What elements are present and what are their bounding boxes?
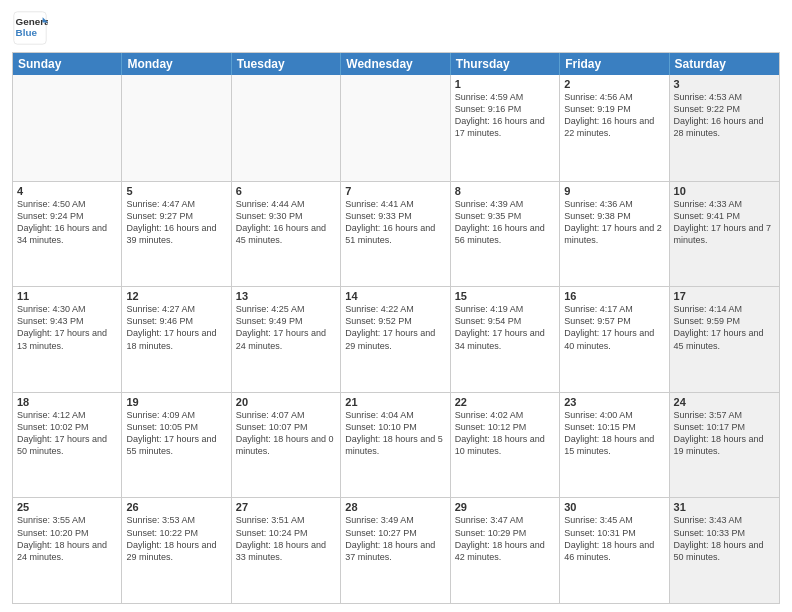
calendar-row-1: 1Sunrise: 4:59 AM Sunset: 9:16 PM Daylig… [13,75,779,181]
day-info: Sunrise: 4:30 AM Sunset: 9:43 PM Dayligh… [17,303,117,352]
day-number: 16 [564,290,664,302]
calendar-cell: 13Sunrise: 4:25 AM Sunset: 9:49 PM Dayli… [232,287,341,392]
day-number: 21 [345,396,445,408]
calendar-cell: 26Sunrise: 3:53 AM Sunset: 10:22 PM Dayl… [122,498,231,603]
calendar-cell: 1Sunrise: 4:59 AM Sunset: 9:16 PM Daylig… [451,75,560,181]
calendar-cell: 9Sunrise: 4:36 AM Sunset: 9:38 PM Daylig… [560,182,669,287]
day-number: 30 [564,501,664,513]
day-info: Sunrise: 4:47 AM Sunset: 9:27 PM Dayligh… [126,198,226,247]
day-info: Sunrise: 4:44 AM Sunset: 9:30 PM Dayligh… [236,198,336,247]
calendar-cell [341,75,450,181]
day-info: Sunrise: 4:53 AM Sunset: 9:22 PM Dayligh… [674,91,775,140]
day-info: Sunrise: 4:50 AM Sunset: 9:24 PM Dayligh… [17,198,117,247]
calendar-cell: 4Sunrise: 4:50 AM Sunset: 9:24 PM Daylig… [13,182,122,287]
day-info: Sunrise: 3:47 AM Sunset: 10:29 PM Daylig… [455,514,555,563]
calendar-cell: 7Sunrise: 4:41 AM Sunset: 9:33 PM Daylig… [341,182,450,287]
weekday-header-wednesday: Wednesday [341,53,450,75]
day-info: Sunrise: 4:02 AM Sunset: 10:12 PM Daylig… [455,409,555,458]
day-info: Sunrise: 3:45 AM Sunset: 10:31 PM Daylig… [564,514,664,563]
header: General Blue [12,10,780,46]
calendar-cell: 18Sunrise: 4:12 AM Sunset: 10:02 PM Dayl… [13,393,122,498]
calendar-cell: 16Sunrise: 4:17 AM Sunset: 9:57 PM Dayli… [560,287,669,392]
day-info: Sunrise: 4:36 AM Sunset: 9:38 PM Dayligh… [564,198,664,247]
day-number: 3 [674,78,775,90]
logo: General Blue [12,10,52,46]
weekday-header-monday: Monday [122,53,231,75]
calendar-cell: 8Sunrise: 4:39 AM Sunset: 9:35 PM Daylig… [451,182,560,287]
calendar: SundayMondayTuesdayWednesdayThursdayFrid… [12,52,780,604]
calendar-row-3: 11Sunrise: 4:30 AM Sunset: 9:43 PM Dayli… [13,286,779,392]
day-number: 23 [564,396,664,408]
calendar-cell: 3Sunrise: 4:53 AM Sunset: 9:22 PM Daylig… [670,75,779,181]
day-number: 6 [236,185,336,197]
day-number: 19 [126,396,226,408]
calendar-cell: 10Sunrise: 4:33 AM Sunset: 9:41 PM Dayli… [670,182,779,287]
day-info: Sunrise: 4:14 AM Sunset: 9:59 PM Dayligh… [674,303,775,352]
page: General Blue SundayMondayTuesdayWednesda… [0,0,792,612]
day-number: 8 [455,185,555,197]
day-number: 26 [126,501,226,513]
day-info: Sunrise: 4:59 AM Sunset: 9:16 PM Dayligh… [455,91,555,140]
day-info: Sunrise: 3:55 AM Sunset: 10:20 PM Daylig… [17,514,117,563]
day-number: 20 [236,396,336,408]
day-info: Sunrise: 4:12 AM Sunset: 10:02 PM Daylig… [17,409,117,458]
weekday-header-friday: Friday [560,53,669,75]
calendar-cell: 25Sunrise: 3:55 AM Sunset: 10:20 PM Dayl… [13,498,122,603]
day-info: Sunrise: 4:56 AM Sunset: 9:19 PM Dayligh… [564,91,664,140]
day-info: Sunrise: 4:41 AM Sunset: 9:33 PM Dayligh… [345,198,445,247]
day-number: 2 [564,78,664,90]
calendar-cell: 21Sunrise: 4:04 AM Sunset: 10:10 PM Dayl… [341,393,450,498]
calendar-cell: 28Sunrise: 3:49 AM Sunset: 10:27 PM Dayl… [341,498,450,603]
day-number: 14 [345,290,445,302]
day-number: 5 [126,185,226,197]
calendar-cell: 22Sunrise: 4:02 AM Sunset: 10:12 PM Dayl… [451,393,560,498]
day-number: 4 [17,185,117,197]
day-info: Sunrise: 4:33 AM Sunset: 9:41 PM Dayligh… [674,198,775,247]
weekday-header-thursday: Thursday [451,53,560,75]
calendar-cell: 12Sunrise: 4:27 AM Sunset: 9:46 PM Dayli… [122,287,231,392]
calendar-cell: 20Sunrise: 4:07 AM Sunset: 10:07 PM Dayl… [232,393,341,498]
day-info: Sunrise: 4:07 AM Sunset: 10:07 PM Daylig… [236,409,336,458]
calendar-cell: 19Sunrise: 4:09 AM Sunset: 10:05 PM Dayl… [122,393,231,498]
day-number: 10 [674,185,775,197]
logo-icon: General Blue [12,10,48,46]
calendar-header: SundayMondayTuesdayWednesdayThursdayFrid… [13,53,779,75]
calendar-cell: 24Sunrise: 3:57 AM Sunset: 10:17 PM Dayl… [670,393,779,498]
day-info: Sunrise: 4:17 AM Sunset: 9:57 PM Dayligh… [564,303,664,352]
day-number: 17 [674,290,775,302]
day-number: 29 [455,501,555,513]
calendar-cell: 2Sunrise: 4:56 AM Sunset: 9:19 PM Daylig… [560,75,669,181]
day-number: 11 [17,290,117,302]
day-info: Sunrise: 4:25 AM Sunset: 9:49 PM Dayligh… [236,303,336,352]
calendar-cell [13,75,122,181]
day-info: Sunrise: 3:51 AM Sunset: 10:24 PM Daylig… [236,514,336,563]
calendar-body: 1Sunrise: 4:59 AM Sunset: 9:16 PM Daylig… [13,75,779,603]
calendar-cell: 6Sunrise: 4:44 AM Sunset: 9:30 PM Daylig… [232,182,341,287]
day-info: Sunrise: 4:27 AM Sunset: 9:46 PM Dayligh… [126,303,226,352]
weekday-header-saturday: Saturday [670,53,779,75]
calendar-cell [232,75,341,181]
day-info: Sunrise: 3:49 AM Sunset: 10:27 PM Daylig… [345,514,445,563]
day-number: 15 [455,290,555,302]
day-number: 25 [17,501,117,513]
day-number: 28 [345,501,445,513]
day-number: 24 [674,396,775,408]
day-number: 1 [455,78,555,90]
day-number: 31 [674,501,775,513]
day-info: Sunrise: 4:09 AM Sunset: 10:05 PM Daylig… [126,409,226,458]
weekday-header-tuesday: Tuesday [232,53,341,75]
day-info: Sunrise: 3:57 AM Sunset: 10:17 PM Daylig… [674,409,775,458]
calendar-cell [122,75,231,181]
day-info: Sunrise: 4:39 AM Sunset: 9:35 PM Dayligh… [455,198,555,247]
day-number: 18 [17,396,117,408]
calendar-cell: 29Sunrise: 3:47 AM Sunset: 10:29 PM Dayl… [451,498,560,603]
day-number: 9 [564,185,664,197]
day-info: Sunrise: 4:00 AM Sunset: 10:15 PM Daylig… [564,409,664,458]
svg-text:Blue: Blue [16,27,38,38]
calendar-cell: 17Sunrise: 4:14 AM Sunset: 9:59 PM Dayli… [670,287,779,392]
day-number: 7 [345,185,445,197]
day-info: Sunrise: 4:04 AM Sunset: 10:10 PM Daylig… [345,409,445,458]
day-number: 27 [236,501,336,513]
day-info: Sunrise: 4:22 AM Sunset: 9:52 PM Dayligh… [345,303,445,352]
calendar-cell: 5Sunrise: 4:47 AM Sunset: 9:27 PM Daylig… [122,182,231,287]
